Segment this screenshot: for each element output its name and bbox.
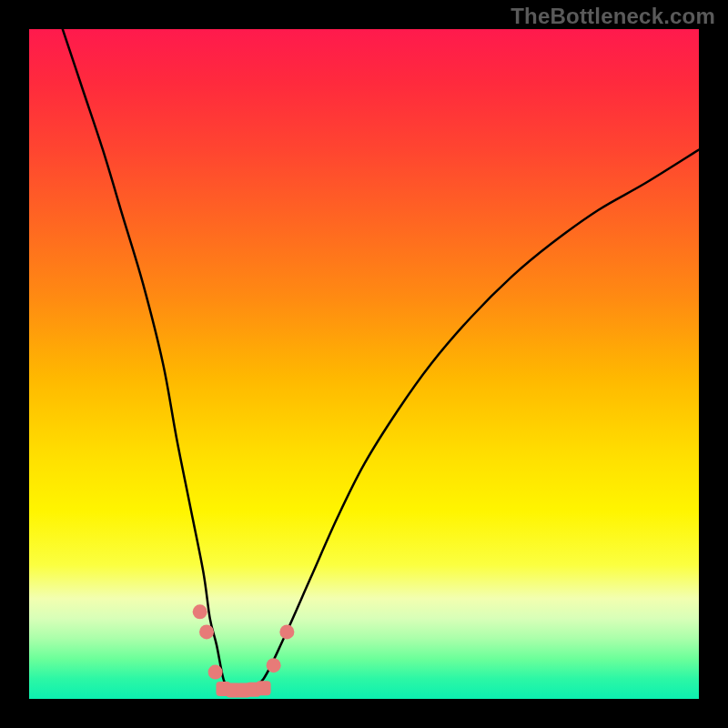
watermark-text: TheBottleneck.com <box>511 4 715 29</box>
marker-round <box>193 604 207 619</box>
marker-round <box>279 624 294 639</box>
marker-round <box>267 658 281 672</box>
marker-square <box>257 681 271 695</box>
marker-round <box>208 665 223 680</box>
bottleneck-curve <box>29 29 699 699</box>
marker-round <box>199 624 214 639</box>
chart-frame: TheBottleneck.com <box>0 0 728 728</box>
curve-path <box>63 29 699 693</box>
plot-area <box>29 29 699 699</box>
